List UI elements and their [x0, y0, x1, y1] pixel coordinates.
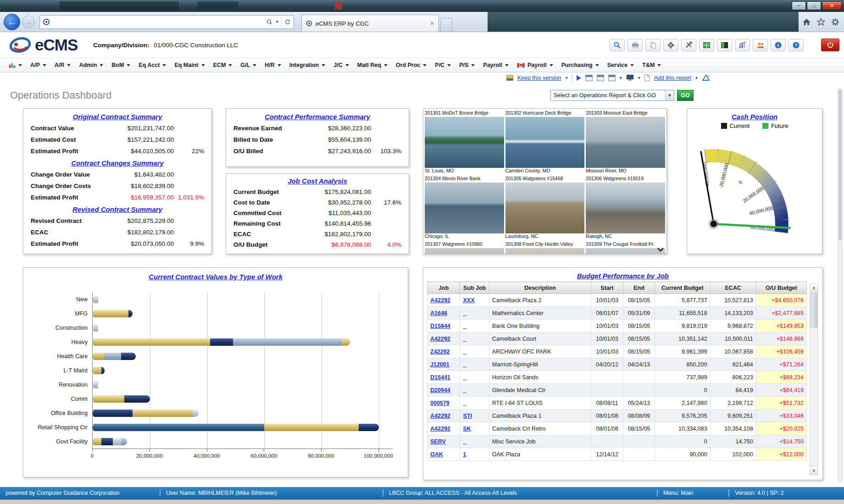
job-link[interactable]: A42292: [430, 426, 450, 432]
favorites-star-icon[interactable]: [817, 18, 825, 26]
project-photo-tile[interactable]: 201303 Missouri East BridgeMissouri Rive…: [586, 110, 665, 174]
window-close-button[interactable]: ✕: [822, 1, 842, 10]
add-this-report-link[interactable]: Add this report: [654, 75, 691, 81]
subjob-link[interactable]: XXX: [463, 297, 474, 304]
go-button[interactable]: GO: [677, 90, 694, 101]
page-scrollbar[interactable]: [838, 88, 843, 482]
column-header[interactable]: Job: [428, 282, 460, 294]
subjob-link[interactable]: _: [463, 336, 466, 342]
scrollbar-thumb[interactable]: [811, 294, 817, 327]
scrollbar-thumb[interactable]: [838, 89, 842, 241]
subjob-link[interactable]: _: [463, 310, 466, 316]
menu-item-p-s[interactable]: P/S: [455, 60, 479, 71]
address-input[interactable]: [53, 17, 264, 28]
job-link[interactable]: OAK: [430, 451, 443, 458]
menu-item-a-r[interactable]: A/R: [50, 60, 75, 71]
scroll-down-icon[interactable]: ∨: [810, 466, 818, 475]
column-header[interactable]: ECAC: [710, 282, 756, 294]
menu-item-service[interactable]: Service: [603, 60, 638, 71]
menu-item-purchasing[interactable]: Purchasing: [557, 60, 603, 71]
column-header[interactable]: O/U Budget: [756, 282, 806, 294]
table-scrollbar[interactable]: ∧ ∨: [810, 283, 818, 475]
scroll-up-icon[interactable]: ∧: [810, 284, 818, 293]
column-header[interactable]: Sub Job: [460, 282, 489, 294]
users-button[interactable]: [753, 39, 768, 51]
settings-button[interactable]: [663, 39, 678, 51]
scrollbar-track[interactable]: [810, 293, 818, 466]
report-select[interactable]: Select an Operations Report & Click GO ▼: [550, 90, 674, 101]
menu-item-eq-maint[interactable]: Eq Maint: [170, 60, 209, 71]
job-link[interactable]: A1646: [430, 310, 447, 316]
menu-item-h-r[interactable]: H/R: [261, 60, 285, 71]
project-photo-tile[interactable]: 201309 The Cougar Football Pr.: [586, 241, 665, 254]
window-maximize-button[interactable]: □: [807, 1, 821, 10]
subjob-link[interactable]: _: [463, 438, 466, 445]
menu-item-a-p[interactable]: A/P: [26, 60, 50, 71]
logout-power-button[interactable]: [821, 39, 839, 51]
settings-gear-icon[interactable]: [831, 18, 839, 26]
menu-item-g-l[interactable]: G/L: [236, 60, 261, 71]
grid-view-button[interactable]: [699, 39, 714, 51]
job-link[interactable]: SERV: [430, 438, 446, 445]
job-link[interactable]: A42292: [430, 297, 450, 304]
run-report-icon[interactable]: [577, 75, 581, 81]
menu-item-j-c[interactable]: J/C: [329, 60, 353, 71]
project-photo-tile[interactable]: 201308 Food City Hardin Valley: [505, 241, 585, 254]
chevron-down-icon[interactable]: ▾: [695, 75, 698, 80]
subjob-link[interactable]: _: [463, 400, 466, 406]
menu-item-ecm[interactable]: ECM: [209, 60, 237, 71]
subjob-link[interactable]: _: [463, 387, 466, 393]
menu-item-t-m[interactable]: T&M: [638, 60, 665, 71]
column-header[interactable]: Start: [591, 282, 623, 294]
search-icon[interactable]: [267, 19, 273, 25]
menu-item-p-c[interactable]: P/C: [431, 60, 455, 71]
copy-pages-button[interactable]: [645, 39, 661, 51]
menu-item-ord-proc[interactable]: Ord Proc: [392, 60, 431, 71]
menu-item-admin[interactable]: Admin: [75, 60, 107, 71]
menu-item-payroll-ca[interactable]: Payroll: [513, 60, 557, 71]
tools-button[interactable]: [681, 39, 696, 51]
project-photo-tile[interactable]: 201304 Illinois River BankChicago, IL: [425, 176, 504, 240]
help-button[interactable]: ?: [788, 39, 804, 51]
print-button[interactable]: [627, 39, 643, 51]
tab-close-icon[interactable]: ✕: [430, 20, 434, 27]
job-link[interactable]: A42292: [430, 413, 450, 419]
copy-grid-icon[interactable]: [597, 75, 604, 81]
forward-button[interactable]: →: [22, 16, 35, 28]
menu-item-payroll[interactable]: Payroll: [479, 60, 513, 71]
menu-item-eq-acct[interactable]: Eq Acct: [134, 60, 170, 71]
job-link[interactable]: D20944: [430, 387, 450, 393]
refresh-icon[interactable]: [284, 19, 291, 25]
subjob-link[interactable]: 1: [463, 451, 466, 458]
job-link[interactable]: J12001: [430, 361, 450, 368]
project-photo-tile[interactable]: 201306 Walgreens #15019Raleigh, NC: [586, 176, 665, 240]
address-dropdown-icon[interactable]: ▾: [276, 19, 278, 25]
search-button[interactable]: [610, 39, 625, 51]
new-window-icon[interactable]: [608, 75, 616, 81]
menu-item-bom[interactable]: BoM: [107, 60, 134, 71]
menu-item-dashboards[interactable]: [5, 60, 26, 71]
column-header[interactable]: Description: [489, 282, 591, 294]
chevron-down-icon[interactable]: ▾: [620, 75, 622, 80]
project-photo-tile[interactable]: 201305 Walgreens #15468Laurinburg, NC: [505, 176, 585, 240]
column-header[interactable]: Current Budget: [655, 282, 710, 294]
new-tab-button[interactable]: [440, 18, 452, 32]
export-grid-icon[interactable]: [585, 75, 593, 81]
chevron-down-icon[interactable]: ▾: [638, 75, 640, 80]
subjob-link[interactable]: _: [463, 374, 466, 381]
monitor-icon[interactable]: [626, 74, 634, 81]
home-icon[interactable]: [802, 18, 811, 26]
project-photo-tile[interactable]: 201301 MoDoT Boone BridgeSt. Louis, MO: [425, 110, 504, 174]
browser-tab[interactable]: eCMS ERP by CGC ✕: [301, 15, 439, 32]
split-view-button[interactable]: [717, 39, 732, 51]
info-button[interactable]: i: [771, 39, 786, 51]
menu-item-integration[interactable]: Integration: [285, 60, 330, 71]
subjob-link[interactable]: _: [463, 361, 466, 368]
job-link[interactable]: A42292: [430, 336, 450, 342]
job-link[interactable]: Z42292: [430, 349, 450, 355]
keep-this-version-link[interactable]: Keep this version: [517, 75, 561, 81]
chevron-down-icon[interactable]: ▾: [566, 75, 568, 80]
subjob-link[interactable]: _: [463, 323, 466, 329]
back-button[interactable]: ←: [4, 14, 20, 30]
job-link[interactable]: D15441: [430, 374, 450, 381]
